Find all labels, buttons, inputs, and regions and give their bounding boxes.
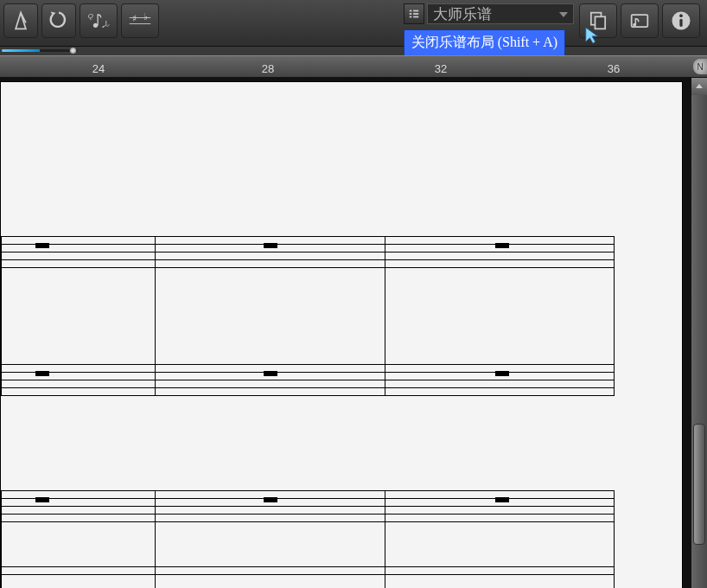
slider-thumb[interactable] xyxy=(69,47,77,54)
slider-track xyxy=(2,49,78,52)
combo-prefix-button[interactable] xyxy=(404,3,424,24)
media-icon xyxy=(627,9,652,33)
whole-rest xyxy=(35,243,49,248)
scroll-up-button[interactable] xyxy=(691,78,707,95)
score-viewport[interactable] xyxy=(0,78,691,588)
svg-point-17 xyxy=(633,23,636,27)
staff xyxy=(1,236,615,267)
copy-button[interactable] xyxy=(579,3,617,38)
vertical-scrollbar[interactable] xyxy=(691,78,707,588)
media-button[interactable] xyxy=(621,3,659,38)
tooltip: 关闭乐谱布局 (Shift + A) xyxy=(404,29,565,56)
system-barline xyxy=(155,236,156,395)
enharmonic-button[interactable]: ♯ ♭ xyxy=(121,3,159,38)
svg-point-19 xyxy=(679,14,683,17)
svg-point-2 xyxy=(93,23,98,28)
score-layout-dropdown[interactable]: 大师乐谱 xyxy=(427,3,574,24)
staff xyxy=(1,566,615,584)
svg-rect-13 xyxy=(413,16,418,18)
whole-rest xyxy=(35,497,49,502)
ruler-tick: 36 xyxy=(608,62,620,75)
whole-rest xyxy=(495,371,509,376)
info-button[interactable] xyxy=(662,3,700,38)
svg-text:♯: ♯ xyxy=(132,13,137,23)
ruler-tick: 24 xyxy=(92,62,105,75)
metronome-icon xyxy=(9,9,33,33)
toolbar-right-cluster: 大师乐谱 关闭乐谱布局 (Shift + A) xyxy=(404,3,704,38)
tooltip-text: 关闭乐谱布局 (Shift + A) xyxy=(411,35,557,49)
copy-icon xyxy=(586,9,610,33)
whole-rest xyxy=(495,243,509,248)
system-barline xyxy=(1,236,2,395)
layout-combo-group: 大师乐谱 关闭乐谱布局 (Shift + A) xyxy=(404,3,574,24)
svg-rect-11 xyxy=(413,13,418,15)
staff-system xyxy=(1,236,615,267)
whole-rest xyxy=(495,497,509,502)
reset-icon xyxy=(47,9,71,33)
ruler-tick: 32 xyxy=(435,62,447,75)
toolbar-right-buttons xyxy=(579,3,704,38)
whole-rest xyxy=(35,371,49,376)
staff xyxy=(1,364,615,395)
svg-text:♭: ♭ xyxy=(143,11,148,22)
list-icon xyxy=(408,8,420,20)
chevron-up-icon xyxy=(695,82,704,91)
info-icon xyxy=(669,9,693,33)
system-barline xyxy=(614,236,615,395)
system-barline xyxy=(1,490,2,588)
svg-rect-20 xyxy=(679,19,682,27)
svg-rect-15 xyxy=(596,16,606,29)
svg-rect-8 xyxy=(409,10,411,12)
ruler-cap-label: N xyxy=(697,62,703,72)
scrollbar-thumb[interactable] xyxy=(693,424,705,545)
staff-system xyxy=(1,364,615,395)
zoom-slider[interactable] xyxy=(0,47,80,54)
metronome-button[interactable] xyxy=(3,3,38,38)
reset-button[interactable] xyxy=(41,3,76,38)
system-barline xyxy=(614,490,615,588)
whole-rest xyxy=(264,243,277,248)
svg-rect-9 xyxy=(413,10,418,12)
score-page[interactable] xyxy=(0,81,683,588)
quantize-icon: Q xyxy=(86,9,111,33)
whole-rest xyxy=(264,497,277,502)
system-barline xyxy=(385,490,385,588)
system-barline xyxy=(155,490,156,588)
svg-text:Q: Q xyxy=(88,12,93,20)
enharmonic-icon: ♯ ♭ xyxy=(128,9,152,33)
staff xyxy=(1,490,615,521)
ruler-end-cap[interactable]: N xyxy=(693,59,707,74)
staff-system xyxy=(1,566,615,584)
dropdown-selected-label: 大师乐谱 xyxy=(433,4,492,24)
staff-system xyxy=(1,490,615,521)
ruler-tick: 28 xyxy=(262,62,274,75)
quantize-button[interactable]: Q xyxy=(80,3,118,38)
system-barline xyxy=(385,236,385,395)
whole-rest xyxy=(264,371,277,376)
svg-rect-10 xyxy=(409,13,411,15)
svg-rect-12 xyxy=(409,16,411,18)
timeline-ruler[interactable]: 24 28 32 36 N xyxy=(0,55,707,78)
